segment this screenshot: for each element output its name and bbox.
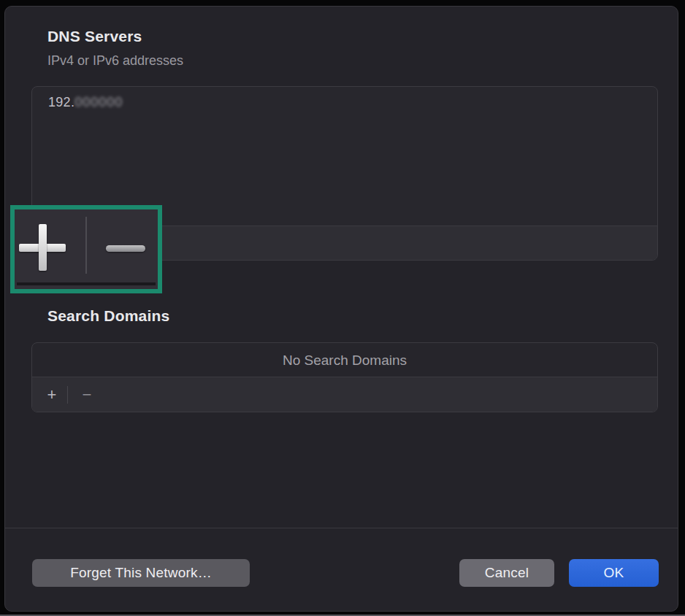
dns-entry-prefix: 192.	[48, 95, 74, 109]
dns-entry-redacted: 000000	[74, 95, 123, 109]
forget-this-network-button[interactable]: Forget This Network…	[32, 559, 250, 587]
cancel-button[interactable]: Cancel	[459, 559, 554, 587]
ok-button[interactable]: OK	[569, 559, 659, 587]
search-add-button plus-icon[interactable]: +	[42, 385, 61, 404]
network-details-dialog: DNS Servers IPv4 or IPv6 addresses 192.0…	[4, 6, 678, 612]
search-domains-title: Search Domains	[47, 307, 169, 325]
search-list-toolbar: + −	[32, 377, 657, 412]
plus-bar-vertical	[39, 224, 47, 271]
search-domains-list: No Search Domains + −	[31, 342, 658, 412]
dns-servers-title: DNS Servers	[47, 28, 142, 45]
search-domains-empty-label: No Search Domains	[32, 353, 657, 369]
highlight-callout-add-remove	[10, 205, 162, 293]
add-button plus-icon[interactable]	[19, 224, 66, 271]
button-divider	[85, 217, 87, 274]
magnified-edge	[17, 282, 156, 285]
search-remove-button minus-icon[interactable]: −	[77, 385, 96, 404]
footer-divider	[5, 528, 678, 528]
dns-servers-subtitle: IPv4 or IPv6 addresses	[47, 53, 183, 69]
dns-server-entry[interactable]: 192.000000	[32, 87, 657, 120]
toolbar-divider	[67, 386, 68, 404]
remove-button minus-icon[interactable]	[106, 245, 145, 252]
